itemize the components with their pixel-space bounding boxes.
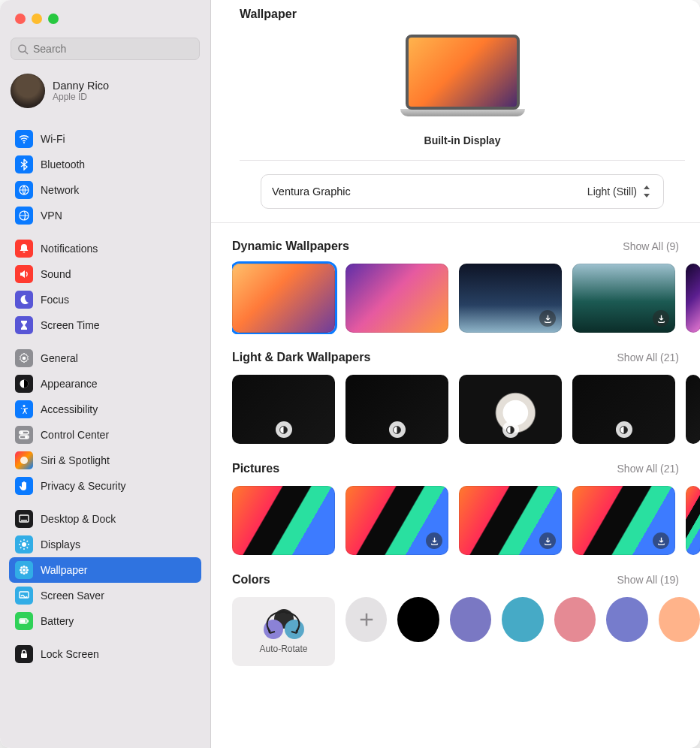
color-swatch[interactable] [502,597,543,642]
svg-point-10 [21,432,23,433]
wallpaper-thumb[interactable] [459,486,562,555]
sidebar-item-bluetooth[interactable]: Bluetooth [9,152,201,177]
main-pane: Wallpaper Built-in Display Ventura Graph… [211,0,700,748]
download-icon [539,532,556,549]
download-icon [539,310,556,327]
show-all-button[interactable]: Show All (21) [617,463,679,475]
wallpaper-thumb[interactable] [232,375,335,444]
section-colors: Colors Show All (19) Auto-Rotate [232,556,700,666]
siri-icon [15,451,33,469]
sidebar-item-vpn[interactable]: VPN [9,203,201,228]
wallpaper-thumb[interactable] [232,264,335,333]
lock-icon [15,645,33,663]
show-all-button[interactable]: Show All (9) [623,240,679,252]
account-sub: Apple ID [53,92,109,102]
section-dynamic: Dynamic Wallpapers Show All (9) [232,223,700,334]
svg-point-27 [20,569,22,571]
color-swatch[interactable] [450,597,491,642]
sidebar-item-label: Network [41,184,79,196]
apple-id-row[interactable]: Danny Rico Apple ID [0,66,210,119]
sidebar-item-label: Lock Screen [41,648,99,660]
vpn-icon [15,207,33,225]
sidebar-item-screen-saver[interactable]: Screen Saver [9,583,201,608]
sidebar-item-control-center[interactable]: Control Center [9,422,201,448]
gear-icon [15,349,33,367]
sidebar-item-displays[interactable]: Displays [9,532,201,557]
search-field[interactable] [11,38,200,60]
avatar [11,74,45,108]
section-light-dark: Light & Dark Wallpapers Show All (21) [232,334,700,445]
page-title: Wallpaper [240,8,685,21]
sidebar-item-battery[interactable]: Battery [9,608,201,634]
svg-point-5 [23,357,26,360]
sidebar-item-label: Notifications [41,243,98,255]
minimize-window-button[interactable] [32,14,42,24]
wallpaper-mode-popup[interactable]: Light (Still) [587,185,653,198]
wallpaper-thumb[interactable] [459,264,562,333]
sidebar-item-accessibility[interactable]: Accessibility [9,397,201,422]
sidebar-item-label: Wi-Fi [41,133,65,145]
wallpaper-thumb[interactable] [572,264,675,333]
sidebar-item-siri[interactable]: Siri & Spotlight [9,448,201,473]
svg-line-22 [20,547,21,548]
light-dark-icon [276,421,292,438]
wifi-icon [15,130,33,148]
wallpaper-mode-value: Light (Still) [587,185,637,198]
sidebar-item-label: Displays [41,538,80,550]
wallpaper-thumb[interactable] [459,375,562,444]
show-all-button[interactable]: Show All (21) [617,351,679,363]
color-swatch[interactable] [397,597,439,642]
add-color-button[interactable] [345,597,387,642]
wallpaper-thumb[interactable] [345,264,448,333]
sidebar-item-label: VPN [41,210,62,222]
svg-point-29 [20,566,23,569]
sidebar-item-label: Appearance [41,378,98,390]
show-all-button[interactable]: Show All (19) [617,574,679,586]
sidebar-item-lock-screen[interactable]: Lock Screen [9,641,201,667]
section-title: Dynamic Wallpapers [232,240,349,253]
globe-icon [15,181,33,199]
sidebar-nav: Wi-Fi Bluetooth Network [0,119,210,748]
wallpaper-thumb[interactable] [686,486,700,555]
svg-point-31 [20,572,23,574]
display-label: Built-in Display [240,127,685,146]
wallpaper-thumb[interactable] [345,375,448,444]
color-swatch[interactable] [659,597,700,642]
sidebar-item-sound[interactable]: Sound [9,261,201,287]
wallpaper-thumb[interactable] [686,264,700,333]
auto-rotate-tile[interactable]: Auto-Rotate [232,597,335,666]
sidebar-item-appearance[interactable]: Appearance [9,371,201,397]
search-input[interactable] [33,43,193,55]
sidebar-item-notifications[interactable]: Notifications [9,236,201,261]
sidebar: Danny Rico Apple ID Wi-Fi Bluetooth [0,0,211,748]
sidebar-item-label: Battery [41,615,74,627]
sidebar-item-focus[interactable]: Focus [9,287,201,312]
chevron-up-down-icon [641,185,653,198]
section-title: Light & Dark Wallpapers [232,351,370,364]
sidebar-item-label: General [41,352,78,364]
sidebar-item-privacy[interactable]: Privacy & Security [9,473,201,499]
sidebar-item-desktop-dock[interactable]: Desktop & Dock [9,506,201,532]
svg-point-0 [19,44,26,51]
sidebar-item-screen-time[interactable]: Screen Time [9,312,201,338]
sidebar-item-wifi[interactable]: Wi-Fi [9,126,201,152]
wallpaper-thumb[interactable] [572,486,675,555]
sidebar-item-wallpaper[interactable]: Wallpaper [9,557,201,583]
close-window-button[interactable] [15,14,26,24]
flower-icon [15,561,33,579]
wallpaper-thumb[interactable] [686,375,700,444]
sidebar-item-network[interactable]: Network [9,177,201,203]
light-dark-icon [502,421,519,438]
wallpaper-thumb[interactable] [572,375,675,444]
sidebar-item-label: Control Center [41,429,109,441]
color-swatch[interactable] [606,597,647,642]
sidebar-item-general[interactable]: General [9,345,201,371]
svg-point-25 [23,566,25,568]
svg-rect-36 [20,620,26,623]
wallpaper-thumb[interactable] [232,486,335,555]
download-icon [653,532,669,549]
zoom-window-button[interactable] [48,14,59,24]
sidebar-item-label: Desktop & Dock [41,513,116,525]
wallpaper-thumb[interactable] [345,486,448,555]
color-swatch[interactable] [554,597,596,642]
